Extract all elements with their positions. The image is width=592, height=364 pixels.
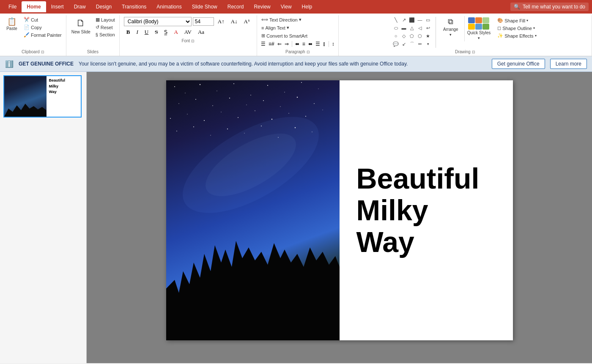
indent-decrease-button[interactable]: ⇐ [276,40,283,48]
shape-effects-button[interactable]: ✨ Shape Effects ▾ [496,32,538,39]
align-center-button[interactable]: ≡ [301,40,307,48]
convert-smartart-icon: ⊞ [261,33,265,38]
text-direction-button[interactable]: ⟺ Text Direction ▾ [260,16,303,23]
shape-outline-button[interactable]: ◻ Shape Outline ▾ [496,25,538,32]
section-button[interactable]: § Section [94,31,117,38]
tab-file[interactable]: File [3,1,22,12]
get-genuine-button[interactable]: Get genuine Office [492,59,545,69]
shape-more[interactable]: ▾ [424,40,432,48]
slide-title: Beautiful Milky Way [356,163,496,257]
slide-thumbnail[interactable]: Beautiful Milky Way [3,75,82,118]
increase-font-button[interactable]: A↑ [215,17,227,26]
slides-panel: 1 Beautiful Milky Way [0,72,87,363]
tab-animations[interactable]: Animations [151,1,186,12]
decrease-font-button[interactable]: A↓ [228,17,240,26]
shape-star[interactable]: ★ [424,32,432,40]
shapes-palette: ╲ ↗ ⬛ — ▭ ⬭ ▬ △ ◁ ↩ ○ ◇ ⬠ ⬡ ★ [392,16,432,48]
paste-label: Paste [6,26,17,31]
shape-line[interactable]: ╲ [392,16,400,24]
tab-help[interactable]: Help [297,1,318,12]
tab-slideshow[interactable]: Slide Show [187,1,222,12]
clipboard-content: 📋 Paste ✂️ Cut 📄 Copy 🖌️ Format Painter [3,16,63,49]
font-size-input[interactable] [193,17,214,26]
strikethrough-button[interactable]: S [152,27,160,37]
align-justify-button[interactable]: ☰ [314,40,321,48]
search-area[interactable]: 🔍 Tell me what you want to do [510,3,589,11]
slides-label: Slides [87,49,99,55]
tab-design[interactable]: Design [91,1,117,12]
search-icon: 🔍 [514,4,520,10]
shape-hexagon[interactable]: ⬡ [416,32,424,40]
slides-small-btns: ▦ Layout ↺ Reset § Section [94,16,117,38]
shadow-button[interactable]: S̲ [162,27,170,37]
svg-point-27 [305,116,306,117]
shape-down-arrow[interactable]: ↙ [400,40,408,48]
shape-arrow[interactable]: ↗ [400,16,408,24]
align-right-button[interactable]: ⬌ [307,40,314,48]
columns-button[interactable]: ⫿ [322,40,327,48]
tab-review[interactable]: Review [249,1,275,12]
layout-button[interactable]: ▦ Layout [94,16,117,23]
section-label: Section [99,32,115,37]
shape-line2[interactable]: — [416,16,424,24]
svg-point-30 [193,126,194,127]
format-painter-button[interactable]: 🖌️ Format Painter [22,31,63,38]
paste-button[interactable]: 📋 Paste [3,16,21,33]
font-name-select[interactable]: Calibri (Body) [124,17,192,26]
font-dialog-icon[interactable]: ⊡ [191,39,195,43]
bullets-button[interactable]: ☰ [260,40,267,48]
quick-styles-button[interactable]: Quick Styles ▾ [464,16,493,41]
cut-button[interactable]: ✂️ Cut [22,16,63,23]
shape-curved-arrow[interactable]: ↩ [424,24,432,32]
shape-rect-scroll[interactable]: ▭ [424,16,432,24]
align-text-button[interactable]: ≡ Align Text ▾ [260,24,291,31]
numbering-button[interactable]: ≡# [267,40,276,48]
shape-freeform[interactable]: ✏ [416,40,424,48]
indent-increase-button[interactable]: ⇒ [283,40,290,48]
learn-more-button[interactable]: Learn more [550,59,587,69]
tab-insert[interactable]: Insert [46,1,69,12]
svg-point-16 [280,106,281,107]
svg-point-14 [246,104,247,105]
shape-curve[interactable]: ⌒ [408,40,416,48]
quick-styles-label: Quick Styles [467,30,491,35]
slide-canvas[interactable]: Beautiful Milky Way [166,80,513,340]
char-spacing-button[interactable]: AV [182,27,194,37]
shape-diamond[interactable]: ◇ [400,32,408,40]
slide-text[interactable]: Beautiful Milky Way [340,80,513,340]
drawing-dialog-icon[interactable]: ⊡ [472,50,475,54]
font-color-button[interactable]: A [171,27,180,37]
shape-oval[interactable]: ⬭ [392,24,400,32]
shape-callout[interactable]: 💬 [392,40,400,48]
shape-fill-button[interactable]: 🎨 Shape Fill ▾ [496,17,538,24]
para-divider2 [329,41,329,47]
shape-box-arrow[interactable]: ⬛ [408,16,416,24]
paragraph-dialog-icon[interactable]: ⊡ [307,50,310,54]
copy-button[interactable]: 📄 Copy [22,24,63,31]
underline-button[interactable]: U [142,27,151,37]
tab-home[interactable]: Home [22,1,46,12]
font-case-button[interactable]: Aa [195,27,207,37]
shape-rect[interactable]: ▬ [400,24,408,32]
shape-triangle[interactable]: △ [408,24,416,32]
shape-rtriangle[interactable]: ◁ [416,24,424,32]
shape-circle[interactable]: ○ [392,32,400,40]
reset-button[interactable]: ↺ Reset [94,24,117,31]
arrange-button[interactable]: ⧉ Arrange ▾ [440,16,462,38]
tab-transitions[interactable]: Transitions [117,1,151,12]
convert-smartart-button[interactable]: ⊞ Convert to SmartArt [260,32,309,39]
title-line2: Milky [356,194,496,226]
shape-pentagon[interactable]: ⬠ [408,32,416,40]
new-slide-button[interactable]: 🗋 New Slide [69,16,93,36]
tab-record[interactable]: Record [222,1,249,12]
tab-draw[interactable]: Draw [69,1,91,12]
clear-format-button[interactable]: Aˢ [241,17,252,26]
line-spacing-button[interactable]: ↕ [331,40,336,48]
thumb-text: Beautiful Milky Way [47,76,68,117]
italic-button[interactable]: I [134,27,140,37]
tab-view[interactable]: View [276,1,297,12]
clipboard-dialog-icon[interactable]: ⊡ [41,50,44,54]
svg-point-26 [288,113,289,114]
align-left-button[interactable]: ⬌ [294,40,301,48]
bold-button[interactable]: B [124,27,133,37]
